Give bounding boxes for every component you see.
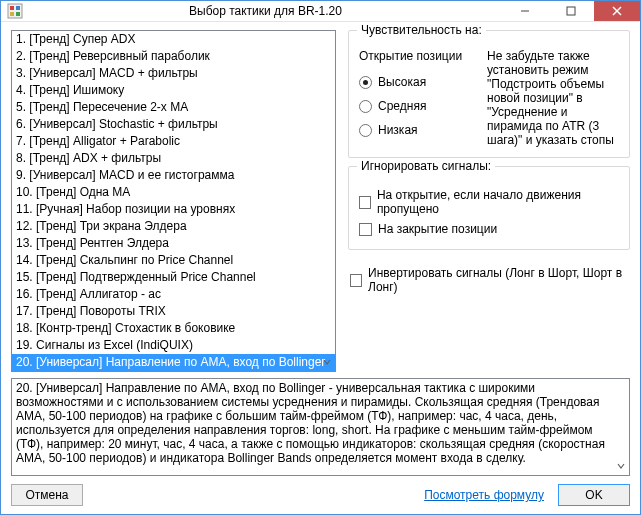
- list-item[interactable]: 13. [Тренд] Рентген Элдера: [12, 235, 335, 252]
- checkbox-icon: [350, 274, 362, 287]
- radio-low[interactable]: Низкая: [359, 119, 477, 141]
- scroll-down-icon[interactable]: [319, 353, 334, 370]
- ok-button[interactable]: OK: [558, 484, 630, 506]
- scroll-down-icon[interactable]: [613, 457, 628, 474]
- sensitivity-group-title: Чувствительность на:: [357, 23, 486, 37]
- sensitivity-note: Не забудьте также установить режим "Подс…: [487, 49, 619, 147]
- ignore-group-title: Игнорировать сигналы:: [357, 159, 495, 173]
- list-item[interactable]: 20. [Универсал] Направление по AMA, вход…: [12, 354, 335, 371]
- list-item[interactable]: 3. [Универсал] MACD + фильтры: [12, 65, 335, 82]
- list-item[interactable]: 15. [Тренд] Подтвержденный Price Channel: [12, 269, 335, 286]
- radio-icon: [359, 100, 372, 113]
- window-controls: [502, 1, 640, 21]
- ok-button-label: OK: [585, 488, 602, 502]
- tactics-listbox[interactable]: 1. [Тренд] Супер ADX2. [Тренд] Реверсивн…: [11, 30, 336, 372]
- titlebar: Выбор тактики для BR-1.20: [1, 1, 640, 22]
- description-textbox[interactable]: 20. [Универсал] Направление по AMA, вход…: [11, 378, 630, 476]
- top-row: 1. [Тренд] Супер ADX2. [Тренд] Реверсивн…: [11, 30, 630, 372]
- formula-link-label: Посмотреть формулу: [424, 488, 544, 502]
- list-item[interactable]: 6. [Универсал] Stochastic + фильтры: [12, 116, 335, 133]
- ignore-signals-group: Игнорировать сигналы: На открытие, если …: [348, 166, 630, 250]
- radio-icon: [359, 76, 372, 89]
- radio-icon: [359, 124, 372, 137]
- app-icon: [7, 3, 23, 19]
- open-position-label: Открытие позиции: [359, 49, 477, 63]
- svg-rect-6: [567, 7, 575, 15]
- right-panel: Чувствительность на: Открытие позиции Вы…: [348, 30, 630, 372]
- radio-low-label: Низкая: [378, 123, 418, 137]
- cancel-button-label: Отмена: [25, 488, 68, 502]
- check-ignore-open[interactable]: На открытие, если начало движения пропущ…: [359, 185, 619, 219]
- list-item[interactable]: 18. [Контр-тренд] Стохастик в боковике: [12, 320, 335, 337]
- dialog-window: Выбор тактики для BR-1.20 1. [Тренд] Суп…: [0, 0, 641, 515]
- sensitivity-group: Чувствительность на: Открытие позиции Вы…: [348, 30, 630, 158]
- list-item[interactable]: 12. [Тренд] Три экрана Элдера: [12, 218, 335, 235]
- list-item[interactable]: 16. [Тренд] Аллигатор - ас: [12, 286, 335, 303]
- maximize-button[interactable]: [548, 1, 594, 21]
- check-ignore-close[interactable]: На закрытие позиции: [359, 219, 619, 239]
- content-area: 1. [Тренд] Супер ADX2. [Тренд] Реверсивн…: [1, 22, 640, 514]
- check-ignore-close-label: На закрытие позиции: [378, 222, 497, 236]
- checkbox-icon: [359, 196, 371, 209]
- list-item[interactable]: 4. [Тренд] Ишимоку: [12, 82, 335, 99]
- check-ignore-open-label: На открытие, если начало движения пропущ…: [377, 188, 619, 216]
- svg-rect-3: [10, 12, 14, 16]
- list-item[interactable]: 1. [Тренд] Супер ADX: [12, 31, 335, 48]
- list-item[interactable]: 7. [Тренд] Alligator + Parabolic: [12, 133, 335, 150]
- check-invert-label: Инвертировать сигналы (Лонг в Шорт, Шорт…: [368, 266, 630, 294]
- checkbox-icon: [359, 223, 372, 236]
- list-item[interactable]: 8. [Тренд] ADX + фильтры: [12, 150, 335, 167]
- svg-rect-1: [10, 6, 14, 10]
- footer: Отмена Посмотреть формулу OK: [11, 484, 630, 506]
- formula-link[interactable]: Посмотреть формулу: [424, 488, 544, 502]
- list-item[interactable]: 10. [Тренд] Одна MA: [12, 184, 335, 201]
- radio-medium-label: Средняя: [378, 99, 426, 113]
- window-title: Выбор тактики для BR-1.20: [29, 4, 502, 18]
- list-item[interactable]: 5. [Тренд] Пересечение 2-х MA: [12, 99, 335, 116]
- radio-medium[interactable]: Средняя: [359, 95, 477, 117]
- radio-high-label: Высокая: [378, 75, 426, 89]
- cancel-button[interactable]: Отмена: [11, 484, 83, 506]
- description-text: 20. [Универсал] Направление по AMA, вход…: [16, 381, 625, 476]
- list-item[interactable]: 11. [Ручная] Набор позиции на уровнях: [12, 201, 335, 218]
- close-button[interactable]: [594, 1, 640, 21]
- list-item[interactable]: 17. [Тренд] Повороты TRIX: [12, 303, 335, 320]
- radio-high[interactable]: Высокая: [359, 71, 477, 93]
- check-invert-signals[interactable]: Инвертировать сигналы (Лонг в Шорт, Шорт…: [348, 258, 630, 294]
- svg-rect-2: [16, 6, 20, 10]
- list-item[interactable]: 19. Сигналы из Excel (IndiQUIX): [12, 337, 335, 354]
- list-item[interactable]: 2. [Тренд] Реверсивный параболик: [12, 48, 335, 65]
- list-item[interactable]: 9. [Универсал] MACD и ее гистограмма: [12, 167, 335, 184]
- minimize-button[interactable]: [502, 1, 548, 21]
- list-item[interactable]: 14. [Тренд] Скальпинг по Price Channel: [12, 252, 335, 269]
- svg-rect-4: [16, 12, 20, 16]
